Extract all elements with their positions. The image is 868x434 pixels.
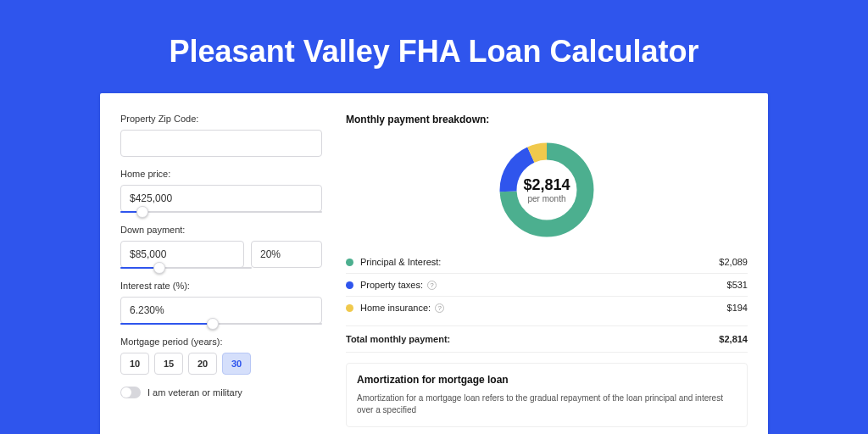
down-pct-input[interactable] xyxy=(251,241,322,268)
down-slider[interactable] xyxy=(120,267,252,269)
breakdown-line-0: Principal & Interest:$2,089 xyxy=(346,251,748,273)
color-dot xyxy=(346,304,353,312)
amort-body: Amortization for a mortgage loan refers … xyxy=(357,392,737,416)
calculator-card: Property Zip Code: Home price: Down paym… xyxy=(100,93,768,434)
down-amount-input[interactable] xyxy=(120,241,244,268)
period-option-20[interactable]: 20 xyxy=(188,353,217,375)
help-icon[interactable]: ? xyxy=(427,281,437,290)
total-amount: $2,814 xyxy=(719,334,748,344)
period-row: Mortgage period (years): 10152030 xyxy=(120,337,322,375)
donut-wrap: $2,814 per month xyxy=(346,137,748,244)
line-label: Home insurance: xyxy=(360,303,431,313)
veteran-row: I am veteran or military xyxy=(120,387,322,398)
breakdown-line-2: Home insurance:?$194 xyxy=(346,296,748,319)
breakdown-line-1: Property taxes:?$531 xyxy=(346,273,748,296)
total-line: Total monthly payment: $2,814 xyxy=(346,326,748,353)
period-option-30[interactable]: 30 xyxy=(222,353,251,375)
breakdown-panel: Monthly payment breakdown: $2,814 per mo… xyxy=(346,114,748,427)
period-segmented: 10152030 xyxy=(120,353,322,375)
inputs-panel: Property Zip Code: Home price: Down paym… xyxy=(120,114,322,427)
rate-label: Interest rate (%): xyxy=(120,281,322,291)
line-amount: $194 xyxy=(727,303,748,313)
line-amount: $2,089 xyxy=(719,257,748,267)
zip-label: Property Zip Code: xyxy=(120,114,322,124)
price-label: Home price: xyxy=(120,169,322,179)
price-row: Home price: xyxy=(120,169,322,213)
veteran-toggle[interactable] xyxy=(120,387,141,398)
line-amount: $531 xyxy=(727,280,748,290)
help-icon[interactable]: ? xyxy=(435,303,444,313)
rate-input[interactable] xyxy=(120,297,322,324)
period-option-15[interactable]: 15 xyxy=(154,353,183,375)
period-label: Mortgage period (years): xyxy=(120,337,322,347)
rate-row: Interest rate (%): xyxy=(120,281,322,325)
rate-slider[interactable] xyxy=(120,323,322,325)
price-slider[interactable] xyxy=(120,211,322,213)
color-dot xyxy=(346,259,353,266)
zip-input[interactable] xyxy=(120,130,322,157)
down-slider-thumb[interactable] xyxy=(153,262,165,274)
color-dot xyxy=(346,281,353,289)
rate-slider-thumb[interactable] xyxy=(207,318,219,330)
line-label: Principal & Interest: xyxy=(360,257,441,267)
down-label: Down payment: xyxy=(120,225,322,235)
total-label: Total monthly payment: xyxy=(346,334,450,344)
down-row: Down payment: xyxy=(120,225,322,269)
line-label: Property taxes: xyxy=(360,280,423,290)
page-title: Pleasant Valley FHA Loan Calculator xyxy=(0,0,868,93)
amort-heading: Amortization for mortgage loan xyxy=(357,374,737,386)
period-option-10[interactable]: 10 xyxy=(120,353,149,375)
breakdown-lines: Principal & Interest:$2,089Property taxe… xyxy=(346,251,748,319)
price-input[interactable] xyxy=(120,185,322,212)
amort-card: Amortization for mortgage loan Amortizat… xyxy=(346,363,748,427)
price-slider-thumb[interactable] xyxy=(136,206,148,218)
donut-amount: $2,814 xyxy=(523,176,570,194)
veteran-label: I am veteran or military xyxy=(147,387,242,398)
donut-sub: per month xyxy=(527,194,565,203)
breakdown-heading: Monthly payment breakdown: xyxy=(346,114,748,125)
zip-row: Property Zip Code: xyxy=(120,114,322,157)
donut-chart: $2,814 per month xyxy=(496,139,598,241)
